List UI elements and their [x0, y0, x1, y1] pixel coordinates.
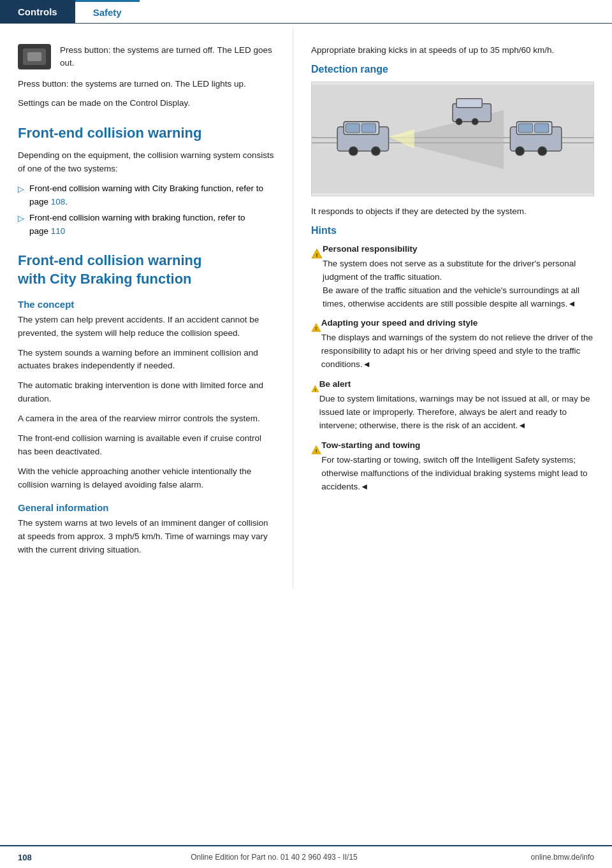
svg-point-19	[456, 119, 462, 125]
subsection-general-heading: General information	[18, 502, 275, 513]
hint4-content: Tow-starting and towing For tow-starting…	[321, 439, 594, 494]
hint3-text: Due to system limitations, warnings may …	[319, 393, 594, 433]
hint2-block: ! Adapting your speed and driving style …	[311, 317, 594, 372]
hint1-text: The system does not serve as a substitut…	[323, 257, 594, 284]
concept-para4: A camera in the area of the rearview mir…	[18, 412, 275, 426]
svg-text:!: !	[316, 448, 317, 454]
braking-speed-text: Appropriate braking kicks in at speeds o…	[311, 44, 594, 57]
detection-range-image	[311, 82, 594, 196]
bullet1-page-link[interactable]: 108	[51, 197, 66, 206]
hint4-title: Tow-starting and towing	[321, 439, 594, 452]
svg-text:!: !	[316, 252, 318, 258]
button-off-text: Press button: the systems are turned off…	[60, 44, 275, 70]
svg-point-8	[349, 147, 358, 156]
section2-heading: Front-end collision warning with City Br…	[18, 252, 275, 288]
general-para1: The system warns at two levels of an imm…	[18, 517, 275, 557]
hint1-title: Personal responsibility	[323, 243, 594, 256]
bullet-arrow-2: ▷	[18, 212, 24, 225]
footer: 108 Online Edition for Part no. 01 40 2 …	[0, 845, 612, 868]
tab-safety[interactable]: Safety	[75, 0, 140, 23]
section2-heading-line2: with City Braking function	[18, 271, 192, 287]
tab-divider-fill	[140, 0, 612, 23]
hints-heading: Hints	[311, 225, 594, 236]
hint2-warning-icon: !	[311, 317, 321, 338]
svg-rect-13	[518, 124, 532, 133]
button-row: Press button: the systems are turned off…	[18, 44, 275, 70]
bullet-item-2: ▷ Front-end collision warning with braki…	[18, 212, 275, 238]
bullet-arrow-1: ▷	[18, 183, 24, 196]
svg-rect-14	[535, 124, 549, 133]
header-tabs: Controls Safety	[0, 0, 612, 23]
left-column: Press button: the systems are turned off…	[0, 29, 293, 589]
settings-text: Settings can be made on the Control Disp…	[18, 97, 275, 110]
right-column: Appropriate braking kicks in at speeds o…	[293, 29, 612, 589]
hint2-content: Adapting your speed and driving style Th…	[321, 317, 594, 372]
svg-point-9	[371, 147, 380, 156]
hint3-content: Be alert Due to system limitations, warn…	[319, 378, 594, 433]
footer-right-text: online.bmw.de/info	[484, 853, 612, 862]
system-button-icon	[18, 44, 51, 69]
concept-para3: The automatic braking intervention is do…	[18, 379, 275, 406]
button-on-text: Press button: the systems are turned on.…	[18, 78, 275, 91]
concept-para5: The front-end collision warning is avail…	[18, 432, 275, 459]
svg-rect-6	[346, 124, 360, 133]
header-separator	[0, 23, 612, 24]
section2-heading-line1: Front-end collision warning	[18, 252, 201, 268]
svg-rect-18	[456, 99, 482, 108]
hint4-text: For tow-starting or towing, switch off t…	[321, 454, 594, 494]
section1-para1: Depending on the equipment, the collisio…	[18, 149, 275, 176]
subsection-concept-heading: The concept	[18, 299, 275, 310]
bullet2-page-link[interactable]: 110	[51, 226, 66, 236]
svg-point-16	[538, 147, 547, 156]
svg-point-15	[515, 147, 524, 156]
detection-range-heading: Detection range	[311, 64, 594, 75]
svg-rect-7	[361, 124, 375, 133]
section1-heading: Front-end collision warning	[18, 124, 275, 143]
svg-text:!: !	[314, 388, 316, 392]
button-icon-inner	[23, 48, 46, 65]
hint1-extra: Be aware of the traffic situation and th…	[323, 284, 594, 311]
hint2-text: The displays and warnings of the system …	[321, 331, 594, 372]
concept-para6: With the vehicle approaching another veh…	[18, 465, 275, 492]
bullet-item-1: ▷ Front-end collision warning with City …	[18, 182, 275, 209]
hint3-title: Be alert	[319, 378, 594, 391]
footer-center-text: Online Edition for Part no. 01 40 2 960 …	[64, 853, 484, 862]
hint2-title: Adapting your speed and driving style	[321, 317, 594, 330]
hint3-warning-icon: !	[311, 378, 319, 400]
hint1-block: ! Personal responsibility The system doe…	[311, 243, 594, 311]
hint4-warning-icon: !	[311, 439, 321, 461]
main-content: Press button: the systems are turned off…	[0, 29, 612, 589]
bullet2-text: Front-end collision warning with braking…	[29, 212, 275, 238]
bullet1-suffix: .	[65, 197, 68, 206]
bullet-list: ▷ Front-end collision warning with City …	[18, 182, 275, 238]
hint1-warning-icon: !	[311, 243, 323, 264]
hint1-content: Personal responsibility The system does …	[323, 243, 594, 311]
footer-page-number: 108	[0, 853, 64, 862]
svg-point-20	[472, 119, 478, 125]
detection-range-caption: It responds to objects if they are detec…	[311, 205, 594, 219]
hint3-block: ! Be alert Due to system limitations, wa…	[311, 378, 594, 433]
svg-text:!: !	[316, 327, 317, 331]
bullet1-text: Front-end collision warning with City Br…	[29, 182, 275, 209]
tab-controls[interactable]: Controls	[0, 0, 75, 23]
hint4-block: ! Tow-starting and towing For tow-starti…	[311, 439, 594, 494]
concept-para1: The ystem can help prevent accidents. If…	[18, 314, 275, 340]
concept-para2: The system sounds a warning before an im…	[18, 347, 275, 373]
detection-range-svg	[312, 82, 594, 196]
